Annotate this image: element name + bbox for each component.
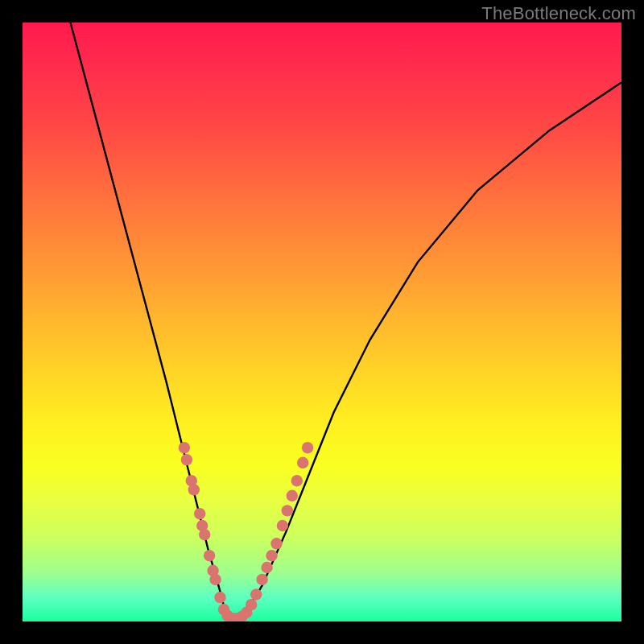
curve-marker [302,442,313,453]
curve-marker [266,550,277,561]
curve-markers [179,442,314,621]
curve-marker [261,562,272,573]
curve-marker [246,599,257,610]
curve-marker [209,574,221,585]
curve-marker [282,505,293,516]
curve-marker [291,475,303,486]
curve-marker [256,574,267,585]
curve-marker [179,442,190,453]
curve-marker [250,588,262,600]
bottleneck-curve [71,23,622,621]
curve-marker [181,454,192,465]
curve-marker [297,457,308,469]
curve-marker [204,550,215,561]
curve-marker [270,538,282,549]
curve-marker [199,529,210,540]
watermark-text: TheBottleneck.com [481,3,636,24]
curve-marker [287,490,298,502]
curve-marker [194,508,205,519]
chart-svg [23,23,621,621]
curve-marker [214,592,225,603]
bottleneck-curve-path [71,23,622,621]
chart-frame: TheBottleneck.com [0,0,644,644]
curve-marker [188,484,200,495]
curve-marker [277,520,288,531]
